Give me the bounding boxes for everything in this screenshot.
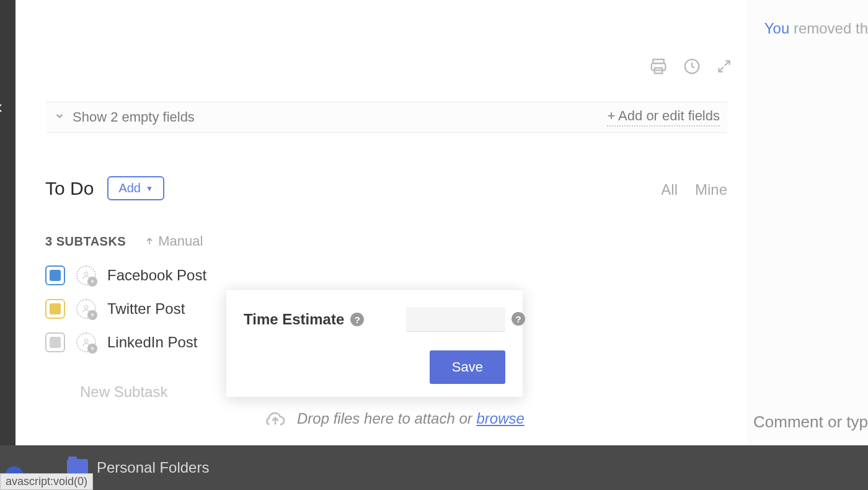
section-title: To Do <box>45 178 94 199</box>
svg-rect-1 <box>652 63 666 70</box>
expand-icon[interactable] <box>716 58 732 74</box>
add-button[interactable]: Add ▼ <box>107 176 164 200</box>
add-button-label: Add <box>118 181 141 195</box>
plus-icon: + <box>87 344 97 354</box>
subtask-name[interactable]: Twitter Post <box>107 300 185 318</box>
status-bar-text: avascript:void(0) <box>0 473 93 490</box>
subtask-count-label: 3 SUBTASKS <box>45 234 126 249</box>
sort-mode-label: Manual <box>158 233 203 249</box>
status-checkbox[interactable] <box>45 332 65 352</box>
time-estimate-label: Time Estimate <box>244 311 344 328</box>
subtask-row[interactable]: + Facebook Post <box>45 265 206 285</box>
attachment-dropzone[interactable]: Drop files here to attach or browse <box>264 407 525 430</box>
add-edit-fields-link[interactable]: + Add or edit fields <box>607 108 720 127</box>
subtask-name[interactable]: LinkedIn Post <box>107 334 197 351</box>
status-checkbox[interactable] <box>45 299 65 319</box>
sort-mode-toggle[interactable]: Manual <box>144 233 203 249</box>
comment-input[interactable]: Comment or typ <box>753 412 868 432</box>
status-checkbox[interactable] <box>45 265 65 285</box>
print-icon[interactable] <box>649 57 668 76</box>
activity-entry: You removed th <box>764 20 868 37</box>
assignee-picker[interactable]: + <box>76 332 96 352</box>
assignee-picker[interactable]: + <box>76 265 96 285</box>
svg-point-5 <box>84 306 87 309</box>
filter-mine[interactable]: Mine <box>695 181 727 198</box>
task-panel: Show 2 empty fields + Add or edit fields… <box>16 0 747 445</box>
save-button[interactable]: Save <box>430 350 505 384</box>
activity-user: You <box>764 20 790 37</box>
caret-down-icon: ▼ <box>146 184 153 193</box>
filter-all[interactable]: All <box>661 181 678 198</box>
custom-fields-row: Show 2 empty fields + Add or edit fields <box>46 102 727 133</box>
subtask-row[interactable]: + LinkedIn Post <box>45 332 206 352</box>
plus-icon: + <box>87 310 97 320</box>
subtask-row[interactable]: + Twitter Post <box>45 299 206 319</box>
history-icon[interactable] <box>683 57 701 76</box>
time-estimate-popover: Time Estimate ? ? Save <box>226 289 523 397</box>
time-estimate-input[interactable] <box>406 307 505 332</box>
svg-point-4 <box>84 272 87 275</box>
subtask-name[interactable]: Facebook Post <box>107 267 206 284</box>
folder-label: Personal Folders <box>97 459 209 476</box>
dropzone-text: Drop files here to attach or browse <box>297 410 525 427</box>
close-icon[interactable]: ‹ <box>0 96 2 117</box>
activity-sidebar: You removed th Comment or typ <box>747 0 868 445</box>
help-icon[interactable]: ? <box>350 313 364 326</box>
browse-link[interactable]: browse <box>476 410 524 427</box>
arrow-up-icon <box>144 236 154 246</box>
chevron-down-icon[interactable] <box>54 110 65 124</box>
svg-point-6 <box>84 339 87 342</box>
new-subtask-input[interactable]: New Subtask <box>80 383 167 401</box>
assignee-picker[interactable]: + <box>76 299 96 319</box>
plus-icon: + <box>87 277 97 287</box>
help-icon[interactable]: ? <box>512 312 525 326</box>
bottom-bar: Personal Folders avascript:void(0) <box>0 445 868 490</box>
cloud-upload-icon <box>264 407 287 430</box>
empty-fields-toggle[interactable]: Show 2 empty fields <box>73 109 607 125</box>
